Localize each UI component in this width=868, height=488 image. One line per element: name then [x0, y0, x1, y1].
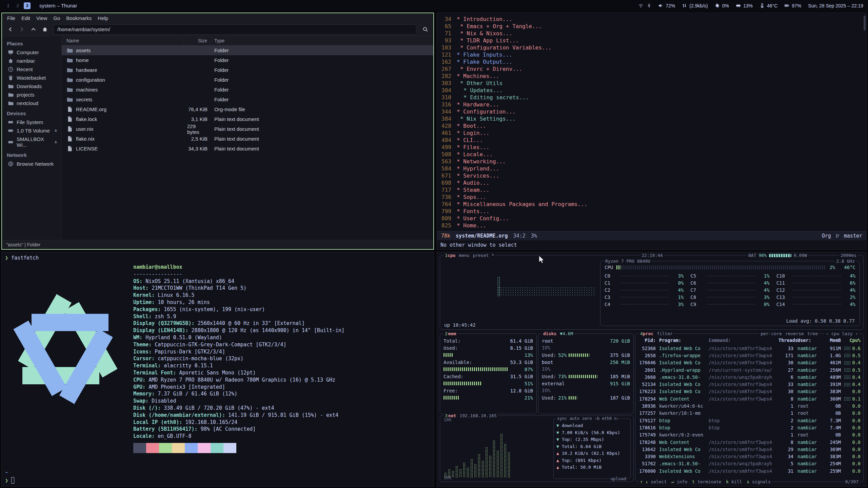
file-row[interactable]: flake.nix2,5 KiBPlain text document	[62, 134, 433, 144]
org-headline[interactable]: 34* Introduction...	[437, 16, 863, 23]
sidebar-item-projects[interactable]: projects	[2, 90, 61, 99]
path-bar[interactable]: /home/nambiar/system/	[54, 24, 416, 35]
menu-bookmarks[interactable]: Bookmarks	[63, 14, 95, 22]
module-volume[interactable]: 72%	[658, 3, 675, 8]
proc-column-headers[interactable]: Pid:Program:Command:Threads:User:MemBCpu…	[638, 337, 861, 344]
column-header-name[interactable]: Name	[62, 36, 184, 45]
chip-filter[interactable]: filter	[657, 331, 673, 337]
menu-view[interactable]: View	[33, 14, 50, 22]
proc-col-pid[interactable]: Pid:	[638, 338, 659, 343]
system-tray[interactable]	[638, 3, 651, 8]
proc-col-program[interactable]: Program:	[659, 338, 709, 343]
chip-reverse[interactable]: reverse	[785, 331, 804, 337]
org-headline[interactable]: 563* Networking...	[437, 158, 863, 165]
file-row[interactable]: README.org76,4 KiBOrg-mode file	[62, 104, 433, 114]
chip-tree[interactable]: tree	[807, 331, 818, 337]
org-headline[interactable]: 428* Boot...	[437, 122, 863, 129]
org-headline[interactable]: 825* Home...	[437, 222, 863, 229]
home-button[interactable]	[39, 24, 50, 35]
org-headline[interactable]: 103* Configuration Variables...	[437, 44, 863, 51]
eject-icon[interactable]	[54, 128, 58, 133]
chip-menu[interactable]: menu	[459, 252, 469, 258]
process-row[interactable]: 178248Web Content/nix/store/sm8fnrf3wps4…	[638, 439, 861, 446]
org-headline[interactable]: 121* Flake Inputs...	[437, 51, 863, 58]
process-row[interactable]: 2601.Hyprland-wrapp/run/current-system/s…	[638, 366, 861, 373]
emacs-buffer[interactable]: 34* Introduction...65* Emacs + Org + Tan…	[437, 16, 863, 230]
net-chip-sync[interactable]: sync	[557, 416, 567, 422]
sidebar-item-1-0-tb-volume[interactable]: 1,0 TB Volume	[2, 126, 61, 135]
process-row[interactable]: 52368Isolated Web Co/nix/store/sm8fnrf3w…	[638, 345, 861, 352]
org-headline[interactable]: 809* User Config...	[437, 215, 863, 222]
file-row[interactable]: user.nix229 bytesPlain text document	[62, 124, 433, 134]
proc-sort-chip[interactable]: ‹ cpu lazy ›	[825, 331, 859, 337]
net-box-title[interactable]: 3net192.168.10.165	[443, 413, 498, 419]
forward-button[interactable]	[16, 24, 27, 35]
file-row[interactable]: hardwareFolder	[62, 65, 433, 75]
proc-col-cpu%[interactable]: Cpu%	[841, 338, 861, 343]
column-header-size[interactable]: Size	[184, 36, 211, 45]
sidebar-item-nextcloud[interactable]: nextcloud	[2, 99, 61, 107]
proc-col-user[interactable]: User:	[793, 338, 822, 343]
chip-preset[interactable]: preset *	[473, 252, 494, 258]
process-row[interactable]: 176000Isolated Web Co/nix/store/sm8fnrf3…	[638, 467, 861, 474]
net-chip-beth0n[interactable]: ‹b eth0 n›	[595, 416, 619, 422]
workspace-button-3[interactable]: 3	[24, 2, 31, 9]
search-button[interactable]	[420, 24, 431, 35]
cpu-box-menu-chips[interactable]: 1cpumenupreset *	[443, 252, 495, 258]
process-row[interactable]: 176646Isolated Web Co/nix/store/sm8fnrf3…	[638, 359, 861, 366]
footer-action-signals[interactable]: s signals	[747, 479, 770, 485]
net-option-chips[interactable]: syncautozero‹b eth0 n›	[556, 416, 620, 422]
workspace-button-1[interactable]: 1	[5, 2, 12, 9]
footer-action-select[interactable]: ↑ ↓ select	[640, 479, 667, 485]
footer-action-kill[interactable]: k kill	[726, 479, 742, 485]
sidebar-item-downloads[interactable]: Downloads	[2, 82, 61, 90]
sidebar-item-recent[interactable]: Recent	[2, 65, 61, 74]
proc-col-threads[interactable]: Threads:	[778, 338, 793, 343]
org-headline[interactable]: 799* Fonts...	[437, 208, 863, 215]
emacs-scrollbar-thumb[interactable]	[864, 16, 866, 30]
footer-action-terminate[interactable]: t terminate	[692, 479, 721, 485]
net-chip-zero[interactable]: zero	[582, 416, 592, 422]
file-row[interactable]: assetsFolder	[62, 45, 433, 55]
update-interval[interactable]: 2000ms	[839, 252, 858, 258]
proc-right-chips[interactable]: per-corereversetree	[759, 331, 819, 337]
proc-col-command[interactable]: Command:	[709, 338, 778, 343]
module-cpu[interactable]: 0%	[715, 3, 729, 8]
chip-proc[interactable]: 4proc	[640, 331, 653, 337]
process-row[interactable]: 51762.emacs-31.0.50-/nix/store/wnqz5pa8r…	[638, 460, 861, 467]
clock[interactable]: Sun, 28 Sep 2025 – 22:19	[808, 3, 863, 8]
proc-footer-actions[interactable]: ↑ ↓ select↵ infot terminatek kills signa…	[639, 479, 772, 485]
workspace-button-2[interactable]: 2	[14, 2, 21, 9]
menu-file[interactable]: File	[4, 14, 18, 22]
sidebar-item-smallbox-wi-[interactable]: SMALLBOX Wi...	[2, 135, 61, 149]
menu-help[interactable]: Help	[95, 14, 111, 22]
process-row[interactable]: 178616btopbtop2nambiar7.4M0.0	[638, 424, 861, 431]
shell-prompt[interactable]: ❯	[5, 477, 14, 484]
org-headline[interactable]: 764* Miscellaneous Packages and Programs…	[437, 201, 863, 208]
org-headline[interactable]: 508* Locale...	[437, 151, 863, 158]
up-button[interactable]	[28, 24, 39, 35]
terminal-window[interactable]: ❯ fastfetch nambiar@smallbox------------…	[1, 252, 434, 487]
module-battery[interactable]: 97%	[784, 3, 801, 8]
process-row[interactable]: 52134Isolated Web Co/nix/store/sm8fnrf3w…	[638, 381, 861, 388]
file-row[interactable]: flake.lock3,1 KiBPlain text document	[62, 114, 433, 124]
org-headline[interactable]: 698* Audio...	[437, 179, 863, 186]
file-row[interactable]: homeFolder	[62, 55, 433, 65]
eject-icon[interactable]	[54, 140, 58, 144]
chip-per-core[interactable]: per-core	[761, 331, 782, 337]
disks-box-title[interactable]: disks▼4.6M	[542, 331, 574, 337]
org-headline[interactable]: 162* Flake Output...	[437, 58, 863, 65]
process-row[interactable]: 3390WebExtensions/nix/store/sm8fnrf3wps4…	[638, 453, 861, 460]
sidebar-item-wastebasket[interactable]: Wastebasket	[2, 74, 61, 82]
net-chip-auto[interactable]: auto	[570, 416, 579, 422]
process-row[interactable]: 13642Isolated Web Co/nix/store/sm8fnrf3w…	[638, 446, 861, 453]
menu-edit[interactable]: Edit	[18, 14, 33, 22]
footer-action-info[interactable]: ↵ info	[671, 479, 687, 485]
chip-cpu[interactable]: 1cpu	[445, 252, 455, 258]
org-headline[interactable]: 304* Updates...	[437, 87, 863, 94]
org-headline[interactable]: 855* Waubar...	[437, 229, 863, 230]
org-headline[interactable]: 316* Hardware...	[437, 101, 863, 108]
org-headline[interactable]: 282* Machines...	[437, 73, 863, 80]
file-row[interactable]: configurationFolder	[62, 75, 433, 85]
org-headline[interactable]: 65* Emacs + Org + Tangle...	[437, 23, 863, 30]
